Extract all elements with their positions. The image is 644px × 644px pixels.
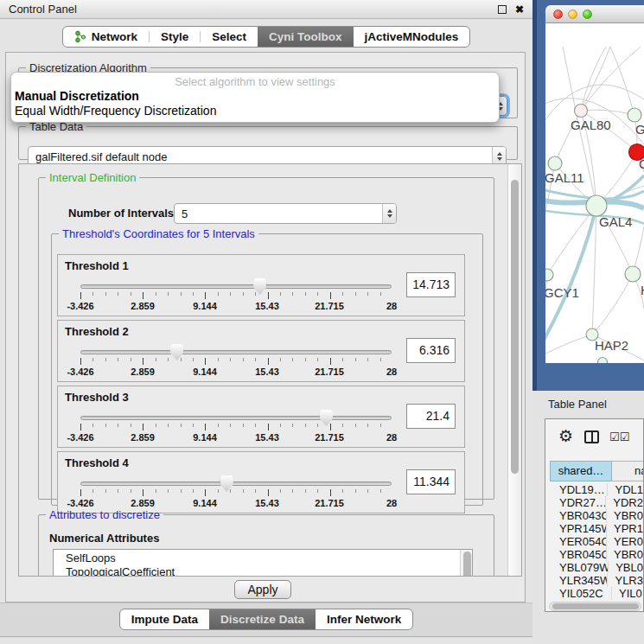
- window-zoom-button[interactable]: [583, 10, 592, 19]
- table-row[interactable]: YDR27…YDR2: [550, 496, 643, 509]
- attributes-group-label: Attributes to discretize: [46, 508, 163, 521]
- table-cell-shared-name[interactable]: YBL079W: [550, 561, 609, 574]
- settings-vertical-scrollbar[interactable]: [507, 164, 521, 576]
- table-row[interactable]: YBR045CYBR0: [550, 548, 643, 561]
- node-gal80[interactable]: [575, 105, 588, 118]
- slider-track[interactable]: [80, 350, 392, 354]
- dropdown-option-manual-discretization[interactable]: Manual Discretization: [11, 89, 499, 104]
- table-row[interactable]: YBL079WYBL0: [550, 561, 643, 574]
- number-of-intervals-combobox[interactable]: 5: [174, 203, 397, 224]
- table-cell-name[interactable]: YDR2: [606, 496, 643, 509]
- threshold-3-value-input[interactable]: 21.4: [406, 404, 456, 429]
- tick-label: 2.859: [131, 498, 155, 508]
- table-cell-shared-name[interactable]: YDL19…: [550, 483, 608, 496]
- tab-infer-network[interactable]: Infer Network: [316, 609, 412, 629]
- node-gal4[interactable]: [586, 195, 607, 216]
- table-row[interactable]: YBR043CYBR0: [550, 509, 643, 522]
- dropdown-option-equal-width-frequency[interactable]: Equal Width/Frequency Discretization: [11, 104, 499, 118]
- settings-scrollbar-thumb[interactable]: [511, 180, 519, 474]
- node-h[interactable]: [625, 266, 641, 282]
- attributes-list-scrollbar[interactable]: [460, 550, 472, 577]
- slider-ticks: [80, 358, 392, 365]
- tick-label: 2.859: [131, 301, 155, 311]
- threshold-4-slider: -3.4262.8599.14415.4321.71528: [80, 476, 392, 511]
- tab-impute-data-label: Impute Data: [131, 613, 198, 626]
- table-cell-shared-name[interactable]: YDR27…: [550, 496, 606, 509]
- select-columns-checkbox-icons[interactable]: ☑☑: [609, 430, 629, 443]
- tick-label: 28: [386, 498, 397, 508]
- threshold-2-value-input[interactable]: 6.316: [406, 338, 456, 363]
- numerical-attributes-label: Numerical Attributes: [49, 532, 159, 545]
- thresholds-group: Threshold's Coordinates for 5 Intervals …: [51, 227, 483, 506]
- table-data-combobox-value: galFiltered.sif default node: [29, 150, 492, 163]
- tick-label: 15.43: [255, 367, 279, 377]
- table-cell-name[interactable]: YIL0: [612, 587, 642, 600]
- table-cell-shared-name[interactable]: YPR145W: [550, 522, 607, 535]
- table-row[interactable]: YIL052CYIL0: [550, 587, 643, 600]
- table-cell-name[interactable]: YPR1: [607, 522, 643, 535]
- gear-icon[interactable]: ⚙: [558, 427, 573, 446]
- tick-label: 28: [386, 432, 397, 443]
- threshold-1-value-input[interactable]: 14.713: [406, 272, 456, 297]
- tab-network-label: Network: [92, 30, 137, 43]
- slider-tick-labels: -3.4262.8599.14415.4321.71528: [80, 432, 392, 443]
- table-cell-shared-name[interactable]: YIL052C: [550, 587, 612, 600]
- columns-icon[interactable]: [584, 430, 599, 443]
- network-window-titlebar[interactable]: [545, 5, 644, 23]
- attribute-list-item[interactable]: SelfLoops: [54, 552, 472, 565]
- table-row[interactable]: YDL19…YDL1: [550, 483, 643, 496]
- table-cell-name[interactable]: YBR0: [607, 548, 643, 561]
- tab-network[interactable]: Network: [63, 27, 149, 47]
- column-header-shared-name[interactable]: shared…: [550, 461, 612, 481]
- window-minimize-button[interactable]: [568, 10, 577, 19]
- table-cell-shared-name[interactable]: YLR345W: [550, 574, 608, 587]
- slider-track[interactable]: [80, 284, 392, 289]
- tab-impute-data[interactable]: Impute Data: [120, 609, 209, 629]
- table-cell-name[interactable]: YLR3: [608, 574, 643, 587]
- table-cell-shared-name[interactable]: YER054C: [550, 535, 607, 548]
- tab-discretize-data[interactable]: Discretize Data: [209, 609, 316, 629]
- table-rows: YDL19…YDL1YDR27…YDR2YBR043CYBR0YPR145WYP…: [550, 483, 643, 600]
- node-gal11[interactable]: [548, 156, 562, 170]
- table-horizontal-scrollbar-thumb[interactable]: [552, 603, 639, 609]
- attribute-list-item[interactable]: TopologicalCoefficient: [54, 565, 472, 577]
- tab-jactivemnodules[interactable]: jActiveMNodules: [354, 27, 470, 47]
- table-cell-name[interactable]: YDL1: [608, 483, 643, 496]
- column-header-name[interactable]: na: [612, 461, 644, 481]
- tab-style[interactable]: Style: [150, 27, 200, 47]
- threshold-1-slider: -3.4262.8599.14415.4321.71528: [80, 279, 392, 314]
- table-row[interactable]: YER054CYER0: [550, 535, 643, 548]
- tab-discretize-data-label: Discretize Data: [220, 613, 304, 626]
- node-gcy1[interactable]: [545, 269, 553, 281]
- table-row[interactable]: YLR345WYLR3: [550, 574, 643, 587]
- node-ga[interactable]: [628, 108, 641, 122]
- interval-definition-group: Interval Definition Number of Intervals …: [38, 171, 494, 500]
- float-panel-icon[interactable]: [498, 5, 507, 14]
- tab-style-label: Style: [161, 30, 188, 43]
- attributes-list-scrollbar-thumb[interactable]: [463, 552, 471, 577]
- table-row[interactable]: YPR145WYPR1: [550, 522, 643, 535]
- control-panel: Control Panel ✖ Network Style Select Cyn…: [0, 0, 532, 644]
- tick-label: -3.426: [67, 432, 93, 443]
- table-horizontal-scrollbar[interactable]: [549, 602, 641, 611]
- tab-cyni-toolbox[interactable]: Cyni Toolbox: [258, 27, 354, 47]
- table-cell-shared-name[interactable]: YBR045C: [550, 548, 607, 561]
- tick-label: 9.144: [193, 301, 217, 311]
- slider-track[interactable]: [80, 416, 392, 420]
- threshold-4-value-input[interactable]: 11.344: [406, 469, 456, 494]
- tick-label: 28: [386, 367, 397, 377]
- table-cell-name[interactable]: YER0: [607, 535, 643, 548]
- table-cell-shared-name[interactable]: YBR043C: [550, 509, 607, 522]
- table-cell-name[interactable]: YBL0: [609, 561, 643, 574]
- node-partial-bottom[interactable]: [598, 358, 608, 364]
- number-of-intervals-spinner[interactable]: [382, 204, 396, 223]
- close-panel-icon[interactable]: ✖: [515, 5, 524, 14]
- window-close-button[interactable]: [553, 10, 563, 19]
- tab-select[interactable]: Select: [201, 27, 258, 47]
- network-canvas[interactable]: GAL80 GA C GAL11 GAL4 GCY1 H HAP2: [545, 23, 644, 363]
- tick-label: 15.43: [255, 301, 279, 311]
- slider-track[interactable]: [80, 481, 392, 486]
- tab-jactivemnodules-label: jActiveMNodules: [365, 30, 459, 43]
- apply-button[interactable]: Apply: [234, 580, 291, 599]
- table-cell-name[interactable]: YBR0: [607, 509, 643, 522]
